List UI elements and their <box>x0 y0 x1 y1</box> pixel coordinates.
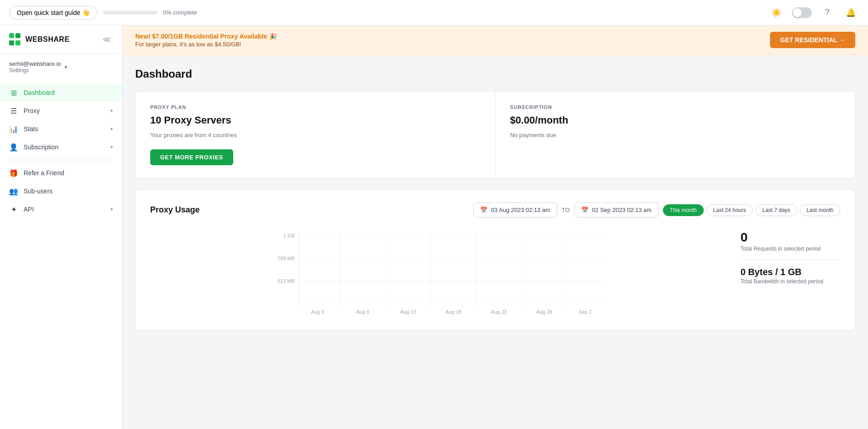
filter-buttons: This month Last 24 hours Last 7 days Las… <box>663 204 840 216</box>
svg-text:Aug 18: Aug 18 <box>446 309 461 315</box>
nav-label-api: API <box>24 206 105 213</box>
svg-text:Aug 8: Aug 8 <box>356 309 369 315</box>
progress-text: 0% complete <box>163 9 197 16</box>
notifications-icon[interactable]: 🔔 <box>843 5 859 21</box>
topbar-right: ☀️ ? 🔔 <box>768 5 859 21</box>
topbar: Open quick start guide 👋 0% complete ☀️ … <box>0 0 868 25</box>
svg-text:Aug 13: Aug 13 <box>400 309 416 315</box>
svg-text:Aug 23: Aug 23 <box>491 309 507 315</box>
nav-label-subscription: Subscription <box>24 143 105 151</box>
bandwidth-label: Total Bandwidth in selected period <box>740 278 840 285</box>
filter-last-24h[interactable]: Last 24 hours <box>706 204 753 216</box>
help-icon[interactable]: ? <box>819 5 835 21</box>
date-from-value: 03 Aug 2023 02:13 am <box>491 207 550 213</box>
banner-title: New! $7.00/1GB Residential Proxy Availab… <box>135 33 277 40</box>
main-content: New! $7.00/1GB Residential Proxy Availab… <box>123 25 868 429</box>
sidebar-item-refer[interactable]: 🎁 Refer a Friend <box>0 164 122 182</box>
promo-banner: New! $7.00/1GB Residential Proxy Availab… <box>123 25 868 55</box>
cards-row: PROXY PLAN 10 Proxy Servers Learn More Y… <box>135 91 855 178</box>
api-chevron-icon: ▾ <box>110 206 113 212</box>
svg-text:Aug 28: Aug 28 <box>536 309 552 315</box>
theme-toggle[interactable] <box>792 7 812 18</box>
dashboard-area: Dashboard PROXY PLAN 10 Proxy Servers Le… <box>123 55 868 429</box>
proxy-plan-card: PROXY PLAN 10 Proxy Servers Learn More Y… <box>136 92 495 178</box>
svg-text:Aug 3: Aug 3 <box>311 309 324 315</box>
toggle-knob <box>793 8 802 17</box>
usage-header: Proxy Usage 📅 03 Aug 2023 02:13 am TO 📅 … <box>150 202 840 217</box>
nav-label-dashboard: Dashboard <box>24 89 113 96</box>
proxy-chevron-icon: ▾ <box>110 108 113 114</box>
banner-subtitle: For larger plans, it's as low as $4.50/G… <box>135 41 277 48</box>
sidebar: WEBSHARE ≪ serhii@webshare.io Settings ▾… <box>0 25 123 429</box>
svg-text:Sep 2: Sep 2 <box>579 309 592 315</box>
sidebar-item-subscription[interactable]: 👤 Subscription ▾ <box>0 138 122 156</box>
get-residential-button[interactable]: GET RESIDENTIAL → <box>770 32 855 48</box>
dashboard-icon: ⊞ <box>9 88 18 97</box>
proxy-plan-info: PROXY PLAN 10 Proxy Servers <box>150 104 231 132</box>
proxy-plan-subtitle: Your proxies are from 4 countries <box>150 132 481 138</box>
usage-section: Proxy Usage 📅 03 Aug 2023 02:13 am TO 📅 … <box>135 189 855 330</box>
logo-icon <box>9 33 22 46</box>
proxy-icon: ☰ <box>9 106 18 115</box>
date-separator: TO <box>562 207 570 213</box>
calendar-from-icon: 📅 <box>480 207 487 213</box>
filter-this-month[interactable]: This month <box>663 204 703 216</box>
get-more-proxies-button[interactable]: GET MORE PROXIES <box>150 149 233 165</box>
date-to-value: 02 Sep 2023 02:13 am <box>592 207 652 213</box>
logo-text: WEBSHARE <box>25 35 69 44</box>
user-section[interactable]: serhii@webshare.io Settings ▾ <box>0 54 122 80</box>
chart-wrap: 1 GB 768 MB 512 MB <box>150 227 730 317</box>
user-email: serhii@webshare.io <box>9 60 61 67</box>
stat-divider <box>740 259 840 260</box>
stats-icon: 📊 <box>9 124 18 133</box>
usage-title: Proxy Usage <box>150 205 200 215</box>
sidebar-item-dashboard[interactable]: ⊞ Dashboard <box>0 84 122 102</box>
subscription-subtitle: No payments due <box>510 132 840 138</box>
subscription-price: $0.00/month <box>510 114 840 126</box>
chart-layout: 1 GB 768 MB 512 MB <box>150 227 840 317</box>
sidebar-item-stats[interactable]: 📊 Stats ▾ <box>0 120 122 138</box>
sidebar-divider <box>9 160 113 160</box>
refer-icon: 🎁 <box>9 168 18 178</box>
date-to-input[interactable]: 📅 02 Sep 2023 02:13 am <box>574 202 659 217</box>
progress-bar-wrap <box>103 11 157 15</box>
proxy-plan-title: 10 Proxy Servers <box>150 114 231 126</box>
sidebar-item-proxy[interactable]: ☰ Proxy ▾ <box>0 102 122 120</box>
total-requests-label: Total Requests in selected period <box>740 246 840 252</box>
sidebar-logo: WEBSHARE ≪ <box>0 25 122 54</box>
logo-wrap: WEBSHARE <box>9 33 69 46</box>
quick-start-button[interactable]: Open quick start guide 👋 <box>9 6 98 20</box>
total-requests-stat: 0 Total Requests in selected period <box>740 230 840 252</box>
subscription-chevron-icon: ▾ <box>110 144 113 150</box>
topbar-left: Open quick start guide 👋 0% complete <box>9 6 761 20</box>
nav-label-refer: Refer a Friend <box>24 169 113 177</box>
collapse-sidebar-button[interactable]: ≪ <box>101 33 113 46</box>
proxy-plan-label: PROXY PLAN <box>150 104 231 110</box>
subusers-icon: 👥 <box>9 187 18 196</box>
usage-controls: 📅 03 Aug 2023 02:13 am TO 📅 02 Sep 2023 … <box>473 202 840 217</box>
banner-text: New! $7.00/1GB Residential Proxy Availab… <box>135 33 277 48</box>
filter-last-7days[interactable]: Last 7 days <box>755 204 797 216</box>
nav-label-subusers: Sub-users <box>24 187 113 195</box>
nav-label-proxy: Proxy <box>24 107 105 114</box>
chart-stats: 0 Total Requests in selected period 0 By… <box>740 227 840 317</box>
total-requests-value: 0 <box>740 230 840 245</box>
sidebar-item-subusers[interactable]: 👥 Sub-users <box>0 182 122 200</box>
user-settings-label: Settings <box>9 67 61 74</box>
date-from-input[interactable]: 📅 03 Aug 2023 02:13 am <box>473 202 557 217</box>
svg-text:768 MB: 768 MB <box>278 256 295 261</box>
sidebar-item-api[interactable]: ✦ API ▾ <box>0 200 122 218</box>
bandwidth-stat: 0 Bytes / 1 GB Total Bandwidth in select… <box>740 267 840 285</box>
filter-last-month[interactable]: Last month <box>800 204 840 216</box>
sidebar-nav: ⊞ Dashboard ☰ Proxy ▾ 📊 Stats ▾ 👤 Subscr… <box>0 80 122 222</box>
subscription-label: SUBSCRIPTION <box>510 104 840 110</box>
calendar-to-icon: 📅 <box>581 207 588 213</box>
subscription-icon: 👤 <box>9 143 18 152</box>
stats-chevron-icon: ▾ <box>110 126 113 132</box>
theme-icon[interactable]: ☀️ <box>768 5 785 21</box>
usage-chart: 1 GB 768 MB 512 MB <box>150 227 730 317</box>
svg-text:512 MB: 512 MB <box>278 278 295 284</box>
bandwidth-value: 0 Bytes / 1 GB <box>740 267 840 277</box>
page-title: Dashboard <box>135 68 855 80</box>
subscription-card: SUBSCRIPTION $0.00/month No payments due <box>495 92 855 178</box>
